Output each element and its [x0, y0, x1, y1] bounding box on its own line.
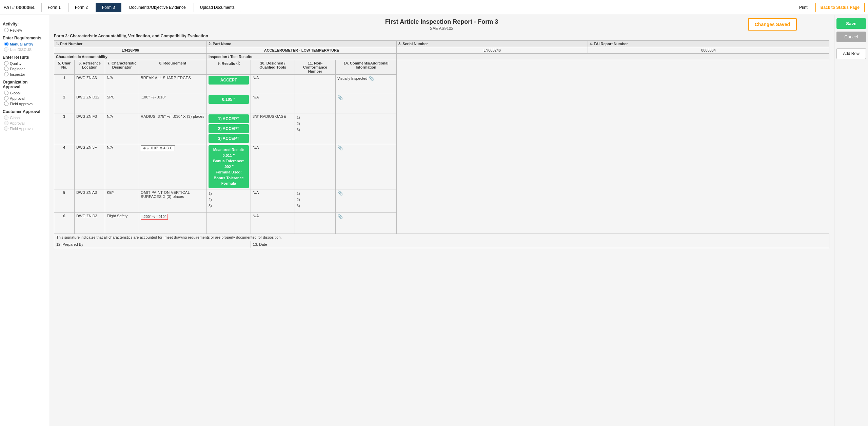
sidebar-item-cust-approval: Approval [3, 121, 46, 125]
tools-6-input[interactable] [253, 218, 293, 230]
char-no-6: 6 [54, 212, 75, 234]
result-6-input[interactable] [209, 214, 249, 226]
quality-label: Quality [10, 61, 21, 66]
ref-location-3-input[interactable] [76, 118, 103, 131]
col-h-char-no: 5. Char No. [54, 60, 75, 75]
char-designator-6: Flight Safety [105, 212, 139, 234]
sidebar-item-approval[interactable]: Approval [3, 96, 46, 100]
inspector-radio[interactable] [4, 72, 8, 76]
tab-documents[interactable]: Documents/Objective Evidence [123, 3, 192, 12]
char-designator-2: SPC [105, 94, 139, 113]
engineer-radio[interactable] [4, 67, 8, 71]
comments-6: 📎 [336, 212, 397, 234]
sidebar-item-use-discus[interactable]: Use DISCUS [3, 47, 46, 52]
ref-location-1-input[interactable] [76, 80, 103, 92]
tools-3-input[interactable] [253, 118, 293, 131]
fai-report-value: 0000064 [588, 47, 829, 54]
sidebar-item-field-approval[interactable]: Field Approval [3, 101, 46, 106]
nonconf-5: 1) 2) 3) [295, 189, 336, 212]
sidebar-item-quality[interactable]: Quality [3, 61, 46, 66]
save-button[interactable]: Save [836, 18, 866, 29]
result-measured-4: Measured Result:0.011 " Bonus Tolerance:… [209, 145, 249, 188]
tab-form1[interactable]: Form 1 [41, 3, 67, 12]
paperclip-6[interactable]: 📎 [337, 214, 343, 219]
sidebar-item-global[interactable]: Global [3, 91, 46, 95]
review-radio[interactable] [4, 28, 8, 32]
col-serial-number: 3. Serial Number [397, 41, 588, 47]
tools-1: N/A [251, 75, 295, 94]
use-discus-radio[interactable] [4, 47, 8, 52]
org-global-radio[interactable] [4, 91, 8, 95]
tools-2-input[interactable] [253, 99, 293, 111]
req-1-input[interactable] [141, 80, 205, 92]
print-button[interactable]: Print [793, 3, 814, 12]
result-3: 1) ACCEPT 2) ACCEPT 3) ACCEPT [207, 113, 251, 144]
tools-1-input[interactable] [253, 80, 293, 92]
tools-3: 3/8" RADIUS GAGE [251, 113, 295, 144]
comments-4: 📎 [336, 144, 397, 189]
char-des-5-input[interactable] [107, 195, 137, 207]
char-des-2-input[interactable] [107, 99, 137, 111]
req-3-input[interactable] [141, 118, 205, 131]
result-accept-1: ACCEPT [209, 76, 249, 85]
sidebar-item-cust-global: Global [3, 115, 46, 120]
nonconf-6 [295, 212, 336, 234]
sidebar-item-review[interactable]: Review [3, 28, 46, 32]
table-row: 6 DWG ZN D3 Flight Safety .200" +/- .010… [54, 212, 829, 234]
col-h-designed-tools: 10. Designed / Qualified Tools [251, 60, 295, 75]
ref-location-2-input[interactable] [76, 99, 103, 111]
nonconf-3: 1) 2) 3) [295, 113, 336, 144]
paperclip-2[interactable]: 📎 [337, 95, 343, 100]
manual-entry-radio[interactable] [4, 42, 8, 46]
sidebar-item-inspector[interactable]: Inspector [3, 72, 46, 76]
sidebar-item-manual-entry[interactable]: Manual Entry [3, 42, 46, 46]
ref-location-5-input[interactable] [76, 195, 103, 207]
cust-global-radio [4, 115, 8, 120]
back-button[interactable]: Back to Status Page [815, 3, 865, 12]
tools-4-input[interactable] [253, 149, 293, 162]
req-5-input[interactable] [141, 199, 205, 211]
tab-upload[interactable]: Upload Documents [194, 3, 241, 12]
enter-requirements-title: Enter Requirements [3, 36, 46, 40]
paperclip-1[interactable]: 📎 [369, 76, 374, 81]
org-field-label: Field Approval [10, 102, 34, 106]
quality-radio[interactable] [4, 61, 8, 66]
tab-form2[interactable]: Form 2 [68, 3, 94, 12]
paperclip-5[interactable]: 📎 [337, 190, 343, 196]
cancel-button[interactable]: Cancel [836, 32, 866, 42]
result-list-5: 1) 2) 3) [209, 190, 249, 209]
ref-location-4: DWG ZN 3F [75, 144, 105, 189]
tab-form3[interactable]: Form 3 [96, 3, 121, 12]
req-2-input[interactable] [141, 99, 205, 111]
gdt-box-4: ⊕ ⌀ .010" ⊕ A B C [141, 145, 175, 151]
ref-location-6: DWG ZN D3 [75, 212, 105, 234]
requirement-1: BREAK ALL SHARP EDGES [139, 75, 207, 94]
add-row-button[interactable]: Add Row [836, 48, 866, 59]
req-4-input[interactable] [141, 151, 205, 163]
manual-entry-label: Manual Entry [10, 42, 33, 46]
inspection-results-header: Inspection / Test Results [207, 54, 397, 60]
sidebar-item-engineer[interactable]: Engineer [3, 67, 46, 71]
requirement-6: .200" +/- .010" [139, 212, 207, 234]
col-h-char-designator: 7. Characteristic Designator [105, 60, 139, 75]
char-no-4: 4 [54, 144, 75, 189]
nonconf-4 [295, 144, 336, 189]
table-row: 4 DWG ZN 3F N/A ⊕ ⌀ .010" ⊕ A B C [54, 144, 829, 189]
tools-5-input[interactable] [253, 195, 293, 207]
cust-approval-label: Approval [10, 121, 24, 125]
char-des-4-input[interactable] [107, 149, 137, 162]
char-des-6-input[interactable] [107, 218, 137, 230]
col-h-ref-location: 6. Reference Location [75, 60, 105, 75]
char-des-1-input[interactable] [107, 80, 137, 92]
req-6-input[interactable] [141, 220, 205, 232]
org-field-radio[interactable] [4, 101, 8, 106]
char-des-3-input[interactable] [107, 118, 137, 131]
org-approval-radio[interactable] [4, 96, 8, 100]
comments-5: 📎 [336, 189, 397, 212]
paperclip-4[interactable]: 📎 [337, 145, 343, 150]
right-panel: Save Cancel Add Row [834, 15, 868, 426]
review-label: Review [10, 28, 22, 32]
prepared-by-label: 12. Prepared By [54, 241, 251, 248]
ref-location-6-input[interactable] [76, 218, 103, 230]
ref-location-4-input[interactable] [76, 149, 103, 162]
